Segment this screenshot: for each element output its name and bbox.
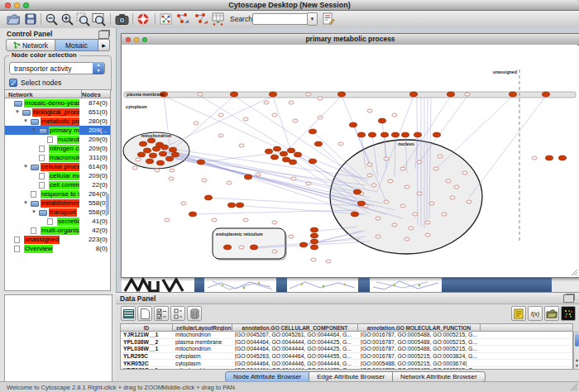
node[interactable] (417, 160, 422, 164)
table-row[interactable]: YPL036W__1mitochondrion[GO:0044464, GO:0… (121, 346, 572, 353)
node[interactable] (376, 235, 380, 238)
node[interactable] (454, 185, 459, 189)
node[interactable] (311, 258, 316, 261)
birdseye-view[interactable] (4, 294, 112, 382)
node[interactable] (326, 260, 331, 263)
node[interactable] (227, 203, 235, 208)
node[interactable] (392, 113, 397, 117)
node[interactable] (401, 132, 409, 137)
node[interactable] (314, 141, 322, 146)
table-row[interactable]: YPL036W__2plasma membrane[GO:0044464, GO… (121, 339, 572, 347)
node[interactable] (291, 177, 296, 180)
node[interactable] (450, 196, 455, 199)
tab-mosaic[interactable]: Mosaic (55, 39, 98, 51)
network-canvas[interactable]: plasma membranecytoplasmmitochondrionnuc… (122, 45, 577, 275)
node[interactable] (446, 179, 451, 183)
tree-row[interactable]: ▼metabolic process280(0) (5, 117, 110, 126)
attribute-table[interactable]: YJR121W__1mitochondrion[GO:0045267, GO:0… (120, 332, 573, 370)
unselect-attributes-icon[interactable] (170, 306, 185, 321)
node[interactable] (309, 159, 316, 164)
delete-attribute-icon[interactable] (187, 306, 202, 321)
network-graph[interactable]: plasma membranecytoplasmmitochondrionnuc… (122, 45, 577, 275)
node[interactable] (545, 155, 553, 160)
node[interactable] (384, 200, 389, 203)
node[interactable] (265, 149, 272, 154)
import-network-icon[interactable] (211, 12, 226, 26)
node[interactable] (143, 148, 151, 153)
save-session-icon[interactable] (23, 12, 38, 26)
node[interactable] (169, 177, 174, 180)
node[interactable] (299, 242, 307, 247)
node[interactable] (509, 92, 516, 97)
node[interactable] (204, 195, 212, 200)
node[interactable] (194, 122, 199, 125)
node[interactable] (371, 184, 376, 187)
node[interactable] (376, 217, 380, 220)
node[interactable] (155, 169, 160, 172)
node[interactable] (280, 151, 287, 156)
node[interactable] (318, 97, 323, 100)
node[interactable] (384, 157, 389, 160)
combo-stepper-icon[interactable]: ▲▼ (93, 62, 104, 74)
node[interactable] (438, 155, 443, 158)
node[interactable] (289, 160, 296, 165)
tree-row[interactable]: ▼establishment of lo558(0) (5, 198, 110, 208)
node[interactable] (181, 202, 186, 205)
more-tabs-arrow-icon[interactable]: ▶ (98, 39, 110, 51)
float-panel-icon[interactable] (98, 31, 109, 39)
tree-row[interactable]: secretion41(0) (5, 217, 110, 226)
table-column-header[interactable]: _cellularLayoutRegion (173, 324, 232, 331)
node[interactable] (218, 134, 223, 137)
node[interactable] (136, 158, 141, 161)
tree-row[interactable]: macromolecule311(0) (5, 153, 110, 162)
node[interactable] (357, 132, 365, 137)
node[interactable] (378, 118, 385, 123)
search-dropdown-arrow[interactable]: ▼ (307, 12, 318, 26)
float-panel-icon[interactable] (563, 294, 574, 303)
tree-row[interactable]: cell communicat22(0) (5, 180, 110, 189)
node[interactable] (243, 218, 248, 222)
matrix-view-icon[interactable] (561, 306, 576, 321)
scroll-up-icon[interactable]: ▲ (574, 357, 579, 362)
node[interactable] (159, 151, 166, 156)
node[interactable] (287, 148, 294, 153)
node[interactable] (368, 132, 376, 137)
node[interactable] (272, 113, 277, 117)
node[interactable] (429, 202, 434, 205)
node[interactable] (467, 200, 471, 203)
table-row[interactable]: YJR121W__1mitochondrion[GO:0045267, GO:0… (121, 332, 572, 339)
node[interactable] (152, 146, 160, 151)
table-scrollbar[interactable]: ▲ ▼ (573, 332, 579, 370)
node[interactable] (409, 227, 414, 230)
node[interactable] (351, 212, 358, 217)
node-color-select[interactable]: transporter activity ▲▼ (9, 62, 105, 74)
help-lifering-icon[interactable] (136, 12, 151, 26)
formula-builder-icon[interactable]: f(x) (528, 306, 543, 321)
snapshot-camera-icon[interactable] (114, 12, 129, 26)
node[interactable] (272, 250, 277, 253)
expand-arrow-icon[interactable]: ▼ (23, 198, 28, 208)
node[interactable] (270, 155, 278, 160)
window-resize-grip[interactable] (571, 269, 578, 276)
plugins-icon[interactable] (159, 12, 174, 26)
table-row[interactable]: YDR039C__1mitochondrion[GO:0044464, GO:0… (121, 367, 572, 370)
window-titlebar[interactable]: Cytoscape Desktop (New Session) (0, 0, 579, 11)
node[interactable] (243, 117, 248, 121)
node[interactable] (289, 101, 294, 104)
select-attributes-icon[interactable] (154, 306, 169, 321)
node[interactable] (367, 109, 372, 112)
node[interactable] (306, 93, 311, 96)
node[interactable] (230, 92, 237, 97)
node[interactable] (306, 182, 311, 185)
zoom-out-icon[interactable] (44, 12, 59, 26)
background-window[interactable] (122, 277, 194, 293)
node[interactable] (353, 189, 361, 194)
node[interactable] (132, 166, 137, 170)
zoom-to-fit-icon[interactable] (91, 12, 106, 26)
background-window[interactable] (287, 277, 358, 293)
node[interactable] (318, 116, 323, 119)
attribute-list-icon[interactable] (511, 306, 526, 321)
node[interactable] (425, 233, 430, 237)
search-options-icon[interactable] (321, 12, 336, 26)
node[interactable] (400, 167, 405, 170)
